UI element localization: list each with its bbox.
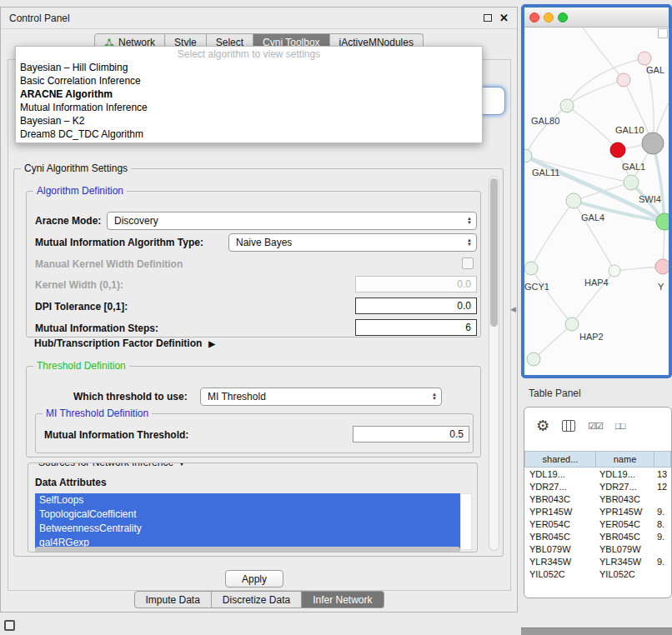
table-cell: 9. [654, 532, 671, 542]
control-panel-titlebar: Control Panel ✕ [1, 8, 517, 29]
network-node[interactable] [642, 132, 664, 154]
table-cell: YIL052C [596, 569, 654, 579]
table-panel-title: Table Panel [529, 388, 581, 399]
window-minimize-button[interactable] [544, 12, 554, 22]
mi-threshold-field[interactable]: 0.5 [353, 426, 469, 442]
table-row[interactable]: YIL052CYIL052C [524, 568, 671, 580]
data-attributes-label: Data Attributes [35, 477, 107, 488]
close-panel-icon[interactable]: ✕ [499, 12, 509, 23]
network-node[interactable] [524, 262, 538, 275]
data-attribute-item[interactable]: SelfLoops [35, 493, 460, 508]
table-cell: YPR145W [596, 507, 654, 517]
algorithm-option[interactable]: Bayesian – K2 [16, 114, 482, 128]
mi-steps-field[interactable]: 6 [355, 319, 477, 336]
network-edge[interactable] [534, 324, 572, 359]
control-panel-title: Control Panel [9, 12, 484, 24]
table-row[interactable]: YDR27...YDR27...12 [524, 480, 671, 492]
network-edge[interactable] [531, 201, 574, 268]
stepper-icon: ▲▼ [463, 217, 476, 225]
tab-impute-data[interactable]: Impute Data [133, 591, 211, 608]
settings-scrollbar-thumb[interactable] [490, 178, 498, 327]
float-panel-icon[interactable] [484, 14, 492, 22]
hub-transcription-toggle[interactable]: Hub/Transcription Factor Definition ▶ [34, 338, 215, 349]
network-edge[interactable] [531, 268, 572, 324]
network-edge[interactable] [583, 28, 624, 80]
window-zoom-button[interactable] [558, 12, 568, 22]
network-node[interactable] [565, 318, 579, 331]
manual-kernel-checkbox[interactable] [462, 258, 474, 269]
table-cell: YDL19... [524, 469, 596, 479]
data-attribute-item[interactable]: TopologicalCoefficient [35, 508, 460, 522]
select-all-icon[interactable]: ☑☑ [588, 421, 603, 432]
network-window-titlebar[interactable] [524, 8, 669, 28]
table-cell: YLR345W [524, 557, 596, 567]
column-header-name[interactable]: name [596, 451, 654, 468]
data-attribute-item[interactable]: BetweennessCentrality [35, 522, 460, 536]
data-attributes-list[interactable]: SelfLoopsTopologicalCoefficientBetweenne… [35, 493, 460, 550]
table-cell: 9. [654, 557, 671, 567]
network-canvas[interactable]: GALGAL80GAL10GAL11GAL1SWI4GAL4GCY1HAP4YH… [524, 28, 669, 375]
node-label: GAL80 [531, 116, 559, 126]
panel-splitter-arrow[interactable]: ◀ [510, 305, 516, 313]
algorithm-option[interactable]: Mutual Information Inference [16, 101, 482, 114]
network-edge[interactable] [525, 106, 567, 156]
table-row[interactable]: YBR043CYBR043C [524, 492, 671, 505]
mi-algorithm-type-select[interactable]: Naive Bayes ▲▼ [228, 233, 477, 252]
kernel-width-field[interactable]: 0.0 [355, 276, 477, 292]
table-cell: 9. [654, 507, 671, 517]
node-label: Y [658, 282, 664, 292]
network-node[interactable] [617, 73, 630, 87]
aracne-mode-select[interactable]: Discovery ▲▼ [107, 212, 477, 230]
algorithm-option[interactable]: Dream8 DC_TDC Algorithm [16, 128, 482, 141]
network-view-window: GALGAL80GAL10GAL11GAL1SWI4GAL4GCY1HAP4YH… [521, 4, 672, 378]
restore-panel-icon[interactable] [4, 620, 15, 631]
collapsed-arrow-icon: ▶ [208, 339, 215, 348]
dpi-tolerance-field[interactable]: 0.0 [355, 298, 477, 314]
bottom-tab-bar: Impute Data Discretize Data Infer Networ… [133, 591, 384, 608]
network-node[interactable] [638, 52, 651, 65]
node-label: SWI4 [639, 194, 661, 204]
algorithm-option[interactable]: Bayesian – Hill Climbing [16, 61, 482, 74]
network-node[interactable] [560, 99, 574, 112]
table-row[interactable]: YBR045CYBR045C9. [524, 530, 671, 542]
unselect-all-icon[interactable]: □□ [615, 421, 624, 431]
node-label: GAL10 [615, 125, 644, 135]
network-node[interactable] [624, 175, 639, 190]
table-row[interactable]: YDL19...YDL19...13 [524, 468, 671, 480]
column-header-shared-name[interactable]: shared... [524, 451, 596, 468]
node-label: HAP4 [584, 278, 609, 288]
algorithm-option[interactable]: Basic Correlation Inference [16, 74, 482, 88]
network-node[interactable] [655, 259, 669, 274]
sources-title: Sources for Network Inference ▼ [35, 462, 189, 469]
column-header-partial[interactable] [654, 451, 671, 468]
network-node[interactable] [527, 352, 540, 366]
network-edge[interactable] [567, 106, 618, 150]
tab-infer-network[interactable]: Infer Network [302, 591, 384, 608]
network-node[interactable] [656, 213, 669, 230]
algorithm-definition-title: Algorithm Definition [33, 185, 127, 198]
apply-button[interactable]: Apply [225, 570, 283, 588]
table-row[interactable]: YER054CYER054C8. [524, 518, 671, 530]
window-close-button[interactable] [529, 12, 539, 22]
table-cell: YBL079W [524, 544, 596, 554]
table-cell: YBL079W [596, 544, 654, 554]
gear-icon[interactable]: ⚙ [536, 418, 549, 433]
network-node[interactable] [609, 265, 620, 277]
table-row[interactable]: YPR145WYPR145W9. [524, 505, 671, 518]
table-cell: YBR045C [596, 532, 654, 542]
node-label: GAL [646, 65, 664, 75]
settings-scrollbar[interactable] [489, 176, 499, 551]
network-node[interactable] [566, 193, 581, 208]
columns-icon[interactable] [562, 420, 575, 432]
table-row[interactable]: YBL079WYBL079W [524, 542, 671, 555]
tab-discretize-data[interactable]: Discretize Data [212, 591, 302, 608]
attributes-scrollbar-track[interactable] [460, 493, 472, 550]
which-threshold-select[interactable]: MI Threshold ▲▼ [200, 388, 442, 406]
table-cell: YDL19... [596, 469, 654, 479]
table-cell: YLR345W [596, 557, 654, 567]
horizontal-scrollbar-thumb[interactable] [35, 547, 460, 552]
algorithm-option[interactable]: ARACNE Algorithm [16, 88, 482, 101]
table-row[interactable]: YLR345WYLR345W9. [524, 555, 671, 568]
network-node[interactable] [610, 142, 625, 158]
network-graph: GALGAL80GAL10GAL11GAL1SWI4GAL4GCY1HAP4YH… [524, 28, 669, 375]
